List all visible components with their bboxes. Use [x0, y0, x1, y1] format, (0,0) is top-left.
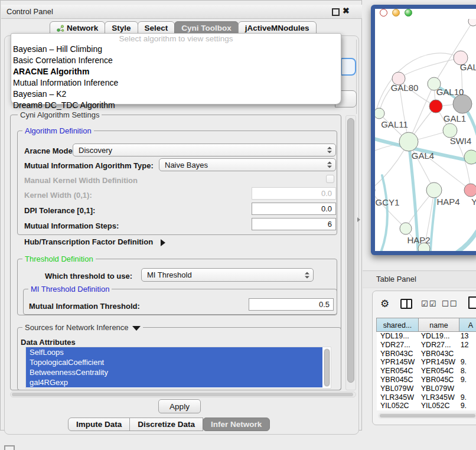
minimized-panel-icon[interactable]	[4, 445, 15, 450]
mi-threshold-field[interactable]: 0.5	[249, 298, 334, 311]
which-threshold-combo[interactable]: MI Threshold	[141, 268, 314, 282]
attribute-item[interactable]: BetweennessCentrality	[26, 367, 322, 377]
mi-threshold-label: Mutual Information Threshold:	[29, 302, 140, 311]
control-panel-title: Control Panel	[6, 7, 53, 16]
table-row[interactable]: YER054CYER054C8.	[377, 367, 476, 376]
sources-title-text: Sources for Network Inference	[25, 323, 129, 332]
kernel-width-value: 0.0	[321, 189, 332, 198]
table-row[interactable]: YPR145WYPR145W9.	[377, 358, 476, 367]
network-node[interactable]	[429, 100, 442, 113]
select-all-icon[interactable]: ☑☑	[421, 299, 437, 308]
table-row[interactable]: YBR043CYBR043C	[377, 350, 476, 358]
table-panel-title: Table Panel	[363, 271, 476, 288]
mi-type-value: Naive Bayes	[165, 161, 208, 169]
column-header[interactable]: A	[459, 318, 476, 332]
attribute-item[interactable]: gal4RGexp	[26, 377, 322, 387]
table-cell: YBR045C	[377, 376, 418, 384]
tab-label: Select	[145, 24, 168, 32]
column-header[interactable]: name	[418, 318, 459, 332]
table-cell: 9.	[457, 358, 476, 367]
tab-discretize-data[interactable]: Discretize Data	[129, 418, 203, 431]
minimize-window-icon[interactable]	[392, 9, 400, 17]
data-attributes-label: Data Attributes	[21, 338, 76, 347]
network-edge	[375, 190, 406, 229]
dpi-tolerance-field[interactable]: 0.0	[252, 203, 336, 215]
aracne-mode-combo[interactable]: Discovery	[73, 144, 336, 156]
table-row[interactable]: YDR27...YDR27...12	[377, 341, 476, 350]
table-cell	[457, 384, 476, 393]
network-node-y[interactable]	[464, 184, 476, 197]
algorithm-option[interactable]: Mutual Information Inference	[11, 77, 341, 89]
table-row[interactable]: YBR045CYBR045C9.	[377, 376, 476, 384]
network-node-swi4[interactable]	[464, 150, 476, 164]
network-edge	[399, 58, 461, 79]
network-node-hap2[interactable]	[400, 223, 412, 234]
settings-group-title: Cyni Algorithm Settings	[18, 110, 102, 119]
table-row[interactable]: YIL052CYIL052C9.	[377, 402, 476, 410]
table-cell: YLR345W	[377, 393, 418, 402]
algorithm-combo-fragment[interactable]	[341, 58, 356, 76]
table-cell: YER054C	[418, 367, 457, 376]
close-window-icon[interactable]	[380, 9, 387, 17]
node-label-gcy1: GCY1	[376, 197, 400, 207]
network-node-gal11[interactable]	[375, 108, 384, 119]
table-row[interactable]: YLR345WYLR345W9.	[377, 393, 476, 402]
settings-vertical-scrollbar[interactable]	[345, 115, 356, 390]
tab-label: jActiveMNodules	[245, 24, 309, 32]
zoom-window-icon[interactable]	[405, 9, 412, 17]
algorithm-option[interactable]: Basic Correlation Inference	[11, 55, 341, 66]
algorithm-option[interactable]: Bayesian – Hill Climbing	[11, 44, 341, 55]
kernel-width-field[interactable]: 0.0	[252, 187, 336, 200]
float-panel-icon[interactable]	[332, 8, 340, 16]
network-graph[interactable]: GAL7GAL80GAL10GAL1GAL11GAL4SWI4GCY1HAP4Y…	[375, 19, 476, 251]
table-cell: 12	[457, 341, 476, 350]
which-threshold-value: MI Threshold	[147, 270, 192, 279]
table-cell: YER054C	[377, 367, 418, 376]
table-row[interactable]: YDL19...YDL19...13	[377, 332, 476, 341]
spinner-arrows-icon	[305, 271, 310, 279]
deselect-all-icon[interactable]: ☐☐	[442, 299, 458, 308]
node-label-gal80: GAL80	[391, 83, 419, 93]
sources-group-title[interactable]: Sources for Network Inference	[22, 323, 143, 332]
node-label-gal7: GAL7	[460, 62, 476, 72]
attributes-list-scrollbar[interactable]	[324, 348, 330, 387]
attribute-item[interactable]: TopologicalCoefficient	[26, 357, 322, 367]
table-cell: YBR043C	[418, 350, 457, 358]
network-edge-selected	[443, 221, 476, 251]
dpi-tolerance-value: 0.0	[321, 204, 332, 213]
algorithm-option[interactable]: Dream8 DC_TDC Algorithm	[11, 100, 341, 111]
settings-horizontal-scrollbar[interactable]	[10, 392, 356, 397]
network-edge-selected	[431, 190, 436, 251]
table-cell: 9.	[457, 393, 476, 402]
apply-button[interactable]: Apply	[158, 399, 201, 413]
attribute-item[interactable]: SelfLoops	[26, 347, 322, 357]
close-panel-icon[interactable]: ✖	[343, 6, 350, 15]
table-cell: YPR145W	[377, 358, 418, 367]
mi-type-combo[interactable]: Naive Bayes	[159, 158, 336, 171]
algorithm-option[interactable]: Bayesian – K2	[11, 89, 341, 100]
network-node[interactable]	[468, 19, 476, 26]
splitter-arrow-icon[interactable]	[357, 217, 360, 222]
tab-infer-network[interactable]: Infer Network	[203, 418, 270, 431]
mi-steps-value: 6	[328, 220, 332, 229]
algorithm-option[interactable]: ARACNE Algorithm	[11, 66, 341, 77]
table-cell: YIL052C	[377, 402, 418, 410]
gear-icon[interactable]: ⚙	[380, 298, 389, 310]
network-node-hap4[interactable]	[426, 182, 442, 198]
network-node[interactable]	[453, 94, 472, 113]
mi-steps-field[interactable]: 6	[252, 218, 336, 230]
tab-impute-data[interactable]: Impute Data	[68, 418, 130, 431]
table-cell: 13	[457, 332, 476, 341]
column-header[interactable]: shared...	[376, 318, 419, 332]
split-columns-icon[interactable]	[400, 299, 412, 309]
network-node-gal4[interactable]	[399, 132, 418, 151]
table-horizontal-scrollbar[interactable]	[378, 413, 476, 419]
mi-threshold-group-title: MI Threshold Definition	[28, 285, 112, 294]
node-label-gal10: GAL10	[436, 87, 464, 97]
node-table-rows: YDL19...YDL19...13YDR27...YDR27...12YBR0…	[377, 332, 476, 410]
data-attributes-list[interactable]: SelfLoopsTopologicalCoefficientBetweenne…	[25, 347, 331, 389]
table-row[interactable]: YBL079WYBL079W	[377, 384, 476, 393]
document-icon[interactable]	[468, 296, 476, 309]
manual-kernel-checkbox[interactable]	[326, 175, 334, 183]
hub-section-toggle[interactable]: Hub/Transcription Factor Definition	[24, 237, 165, 246]
